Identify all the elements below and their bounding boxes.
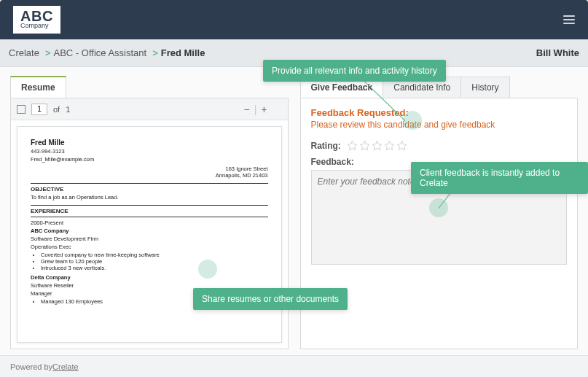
logo-text-main: ABC: [20, 9, 53, 23]
resume-exp1-dates: 2000-Present: [31, 219, 268, 226]
star-icon[interactable]: [372, 140, 383, 151]
callout-dot: [198, 260, 217, 279]
rating-label: Rating:: [311, 141, 341, 151]
pdf-toolbar: of 1 − | +: [11, 98, 288, 120]
star-icon[interactable]: [384, 140, 395, 151]
resume-exp1-bullet: Grew team to 120 people: [41, 258, 268, 265]
sidebar-toggle-icon[interactable]: [17, 105, 26, 114]
star-icon[interactable]: [347, 140, 358, 151]
callout-top: Provide all relevant info and activity h…: [263, 60, 446, 82]
callout-left: Share resumes or other documents: [193, 288, 348, 310]
resume-objective-body: To find a job as an Operations Lead.: [31, 194, 268, 201]
resume-email: Fred_Mille@example.com: [31, 156, 268, 163]
footer-link[interactable]: Crelate: [52, 362, 78, 371]
star-icon[interactable]: [359, 140, 370, 151]
zoom-in-button[interactable]: +: [261, 104, 267, 114]
breadcrumb-sep: >: [45, 47, 51, 58]
resume-exp1-bullet: Coverted company to new time-keeping sof…: [41, 252, 268, 258]
callout-dot: [403, 111, 422, 130]
resume-exp1-company: ABC Company: [31, 228, 268, 234]
resume-addr2: Annapolis, MD 21403: [31, 172, 268, 179]
breadcrumb-level1[interactable]: ABC - Office Assistant: [54, 47, 147, 58]
star-icon[interactable]: [396, 140, 407, 151]
rating-stars[interactable]: [347, 140, 407, 151]
footer-prefix: Powered by: [10, 362, 52, 371]
tab-history[interactable]: History: [460, 77, 509, 98]
breadcrumb-root[interactable]: Crelate: [9, 47, 39, 58]
left-tabs: Resume: [10, 76, 289, 98]
feedback-panel-body: Feedback Requested: Please review this c…: [300, 98, 579, 349]
resume-name: Fred Mille: [31, 139, 268, 147]
resume-section-experience: EXPERIENCE: [31, 208, 268, 214]
footer: Powered by Crelate: [0, 355, 588, 377]
app-window: ABC Company Crelate > ABC - Office Assis…: [0, 0, 588, 377]
page-number-input[interactable]: [31, 104, 47, 115]
resume-document: Fred Mille 443-994-3123 Fred_Mille@examp…: [17, 126, 282, 343]
page-sep: of: [53, 105, 60, 114]
resume-exp1-desc: Software Development Firm: [31, 236, 268, 242]
resume-addr1: 163 Ignore Street: [31, 166, 268, 172]
breadcrumb-sep: >: [152, 47, 158, 58]
callout-right: Client feedback is instantly added to Cr…: [411, 162, 588, 194]
resume-exp1-role: Operations Exec: [31, 244, 268, 250]
resume-exp1-bullet: Introduced 3 new verticals.: [41, 265, 268, 271]
page-total: 1: [66, 105, 70, 114]
feedback-requested-sub: Please review this candidate and give fe…: [311, 120, 568, 130]
feedback-requested-title: Feedback Requested:: [311, 107, 568, 118]
resume-panel-body: of 1 − | + Fred Mille 443-994-3123 Fred_…: [10, 98, 289, 349]
resume-exp2-company: Delta Company: [31, 274, 268, 281]
content-area: Resume of 1 − | + Fred Mille 443-994-31: [0, 67, 588, 355]
resume-phone: 443-994-3123: [31, 148, 268, 155]
breadcrumb-current: Fred Mille: [161, 47, 205, 58]
menu-icon[interactable]: [563, 15, 575, 24]
resume-section-objective: OBJECTIVE: [31, 186, 268, 193]
tab-resume[interactable]: Resume: [10, 76, 66, 98]
zoom-out-button[interactable]: −: [243, 104, 249, 114]
app-header: ABC Company: [0, 0, 588, 39]
logo: ABC Company: [13, 6, 60, 34]
current-user[interactable]: Bill White: [536, 47, 579, 58]
logo-text-sub: Company: [20, 23, 49, 29]
